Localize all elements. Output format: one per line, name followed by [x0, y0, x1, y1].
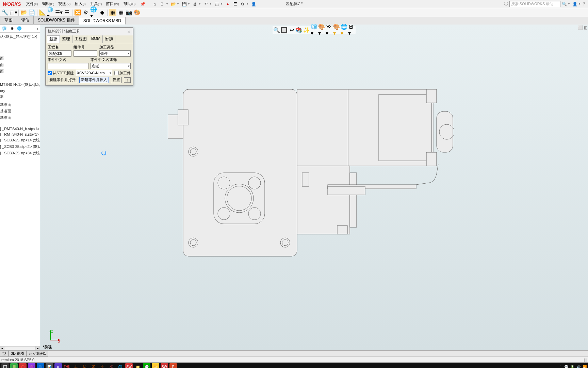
prev-view-icon[interactable]: ↩	[288, 27, 295, 33]
pin-icon[interactable]: 📌	[140, 2, 145, 6]
taskbar-app-icon[interactable]: SW	[161, 363, 168, 368]
display-icon[interactable]: 🖥▾	[348, 27, 355, 33]
new-icon[interactable]: 🗋	[159, 1, 166, 7]
user-dropdown[interactable]: ▾	[579, 2, 580, 5]
maximize-icon[interactable]: ⬜	[578, 25, 583, 30]
tb-layer1-icon[interactable]: ▦	[109, 9, 116, 16]
menu-window[interactable]: 窗口(W)	[104, 1, 121, 7]
fm-scrollbar[interactable]: ◂ ▸	[0, 346, 40, 350]
tb-sketch-icon[interactable]: ⬚▾	[10, 9, 17, 16]
apply-scene-icon[interactable]: 🎨▾	[333, 27, 340, 33]
partquick-combo[interactable]: 底板	[91, 63, 131, 69]
workpiece-checkbox[interactable]: 加工件	[114, 71, 131, 76]
rebuild-icon[interactable]: ●	[224, 1, 231, 7]
options-list-icon[interactable]: ☰	[232, 1, 239, 7]
open-dropdown[interactable]: ▾	[177, 2, 179, 5]
save-icon[interactable]: 💾	[181, 1, 187, 7]
tree-item[interactable]: 基准面	[0, 114, 40, 121]
options-icon[interactable]: ⚙	[239, 1, 246, 7]
dlg-tab-arrange[interactable]: 整理	[60, 35, 72, 43]
tree-item[interactable]: 面	[0, 62, 40, 68]
close-viewport-icon[interactable]: ◧	[584, 25, 587, 30]
tab-mbd[interactable]: SOLIDWORKS MBD	[79, 17, 126, 25]
tray-battery-icon[interactable]: 🔋	[570, 365, 574, 368]
undo-icon[interactable]: ↶	[202, 1, 209, 7]
open-icon[interactable]: 📂	[170, 1, 177, 7]
dlg-tab-new[interactable]: 新建	[47, 35, 60, 43]
tab-addins[interactable]: SOLIDWORKS 插件	[33, 16, 79, 25]
new-insert-button[interactable]: 新建零件并插入	[79, 77, 109, 83]
tray-arrow-icon[interactable]: ⌃	[559, 365, 562, 368]
tray-speaker-icon[interactable]: 🔊	[576, 365, 581, 368]
new-open-button[interactable]: 新建零件并打开	[48, 77, 77, 83]
tab-sketch[interactable]: 草图	[0, 16, 17, 25]
taskbar-app-icon[interactable]: 亚	[99, 363, 106, 368]
fm-display-icon[interactable]: 🌐	[16, 26, 22, 32]
view-setting-icon[interactable]: 🌐▾	[341, 27, 347, 33]
tree-item[interactable]: ] _SCB3-25.stp<1> (默认	[0, 137, 40, 143]
tray-wechat-icon[interactable]: 💬	[564, 365, 568, 368]
edit-appear-icon[interactable]: 👁▾	[326, 27, 332, 33]
taskbar-app-icon[interactable]: 双	[108, 363, 115, 368]
tree-item[interactable]: ] _RMTS40-N_b.stp<1>	[0, 126, 40, 132]
tree-item[interactable]: 器	[0, 93, 40, 100]
tb-cam-icon[interactable]: 📷	[125, 9, 133, 16]
tree-item[interactable]: 面	[0, 68, 40, 75]
fm-tree-icon[interactable]: 🧊	[1, 26, 7, 32]
taskbar-app-icon[interactable]: THK	[63, 363, 71, 368]
tab-model[interactable]: 型	[0, 350, 9, 357]
tree-item[interactable]: ory	[0, 88, 40, 93]
fm-expand-icon[interactable]: ›	[37, 26, 38, 31]
taskbar-app-icon[interactable]: 🌐	[116, 363, 124, 368]
taskbar-app-icon[interactable]: SW	[125, 363, 133, 368]
scroll-left-icon[interactable]: ◂	[0, 346, 4, 350]
component-input[interactable]	[74, 50, 97, 57]
print-icon[interactable]: 🖨	[192, 1, 198, 7]
help-icon[interactable]: ?	[583, 2, 585, 6]
taskbar-app-icon[interactable]: ∞	[54, 363, 62, 368]
new-dropdown[interactable]: ▾	[166, 2, 168, 5]
menu-view[interactable]: 视图(V)	[56, 1, 72, 7]
tb-layer2-icon[interactable]: ▦	[117, 9, 125, 16]
tb-list2-icon[interactable]: ☰	[63, 9, 71, 16]
hide-show-icon[interactable]: 🎨▾	[318, 27, 325, 33]
tree-item[interactable]: ] _RMTS40-N_s.stp<1> (	[0, 132, 40, 137]
settings-button[interactable]: 设置	[111, 77, 122, 83]
tb-swap-icon[interactable]: 🔀	[74, 9, 81, 16]
fromstep-checkbox[interactable]: 从STEP新建	[48, 71, 74, 76]
menu-file[interactable]: 文件(F)	[24, 1, 40, 7]
dialog-titlebar[interactable]: 机构设计辅助工具 ✕	[46, 28, 133, 35]
tree-item[interactable]: MTS40-N<1> (默认<默认	[0, 81, 40, 88]
tray-wifi-icon[interactable]: 📶	[583, 365, 587, 368]
taskbar-app-icon[interactable]: 🟣	[28, 363, 35, 368]
tb-measure-icon[interactable]: 📐	[39, 9, 46, 16]
select-dropdown[interactable]: ▾	[221, 2, 222, 5]
menu-insert[interactable]: 插入(I)	[72, 1, 88, 7]
zoom-fit-icon[interactable]: 🔍	[273, 27, 280, 33]
undo-dropdown[interactable]: ▾	[210, 2, 211, 5]
taskbar-app-icon[interactable]: 📊	[46, 363, 53, 368]
taskbar-app-icon[interactable]: 🔳	[1, 363, 9, 368]
select-icon[interactable]: ⬚	[213, 1, 220, 7]
config-item[interactable]: 认<默认_显示状态-1>)	[0, 33, 40, 40]
taskbar-app-icon[interactable]: ⭕	[19, 363, 27, 368]
step-combo[interactable]: XCV620-C-N.stp	[76, 70, 112, 76]
zoom-area-icon[interactable]: 🔲	[281, 27, 288, 33]
tb-list-icon[interactable]: ☰▾	[55, 9, 63, 16]
view-orient-icon[interactable]: ✨	[303, 27, 310, 33]
scroll-right-icon[interactable]: ▸	[36, 346, 40, 350]
tab-motion[interactable]: 运动算例1	[27, 350, 48, 357]
tb-save-icon[interactable]: 📄	[28, 9, 36, 16]
tb-open-icon[interactable]: 📂	[20, 9, 28, 16]
proctype-combo[interactable]: 铁件	[99, 50, 131, 57]
taskbar-app-icon[interactable]: 怡	[81, 363, 88, 368]
tree-item[interactable]: ] _SCB3-25.stp<2> (默认	[0, 143, 40, 150]
taskbar-app-icon[interactable]: 🔵	[37, 363, 44, 368]
search-dropdown[interactable]: ▾	[568, 2, 570, 5]
options-dropdown[interactable]: ▾	[247, 2, 248, 5]
search-icon[interactable]: 🔍	[562, 2, 567, 6]
dlg-tab-attach[interactable]: 附加	[103, 35, 115, 43]
taskbar-app-icon[interactable]: 💬	[143, 363, 150, 368]
taskbar-app-icon[interactable]: 📁	[134, 363, 142, 368]
dlg-tab-bom[interactable]: BOM	[89, 35, 103, 43]
